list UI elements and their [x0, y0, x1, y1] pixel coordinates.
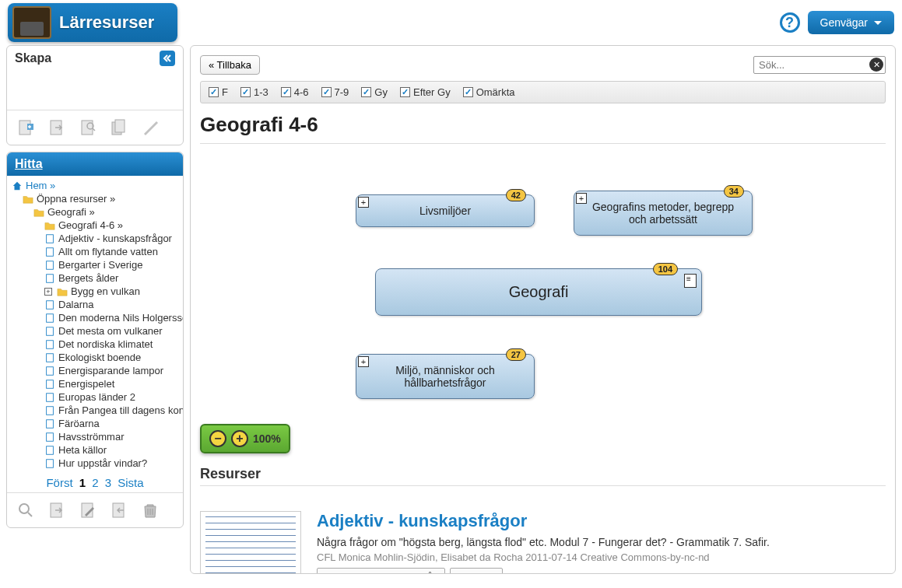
pager-page[interactable]: 3 [105, 476, 111, 489]
node-badge: 42 [506, 189, 526, 201]
panel-skapa-title: Skapa [15, 51, 51, 65]
tree-item-label: Den moderna Nils Holgersso [58, 312, 183, 324]
back-button[interactable]: « Tillbaka [200, 55, 260, 75]
import-button[interactable] [107, 499, 132, 521]
zoom-out-button[interactable]: − [209, 430, 226, 447]
edit-button[interactable] [75, 499, 100, 521]
pager-first[interactable]: Först [46, 476, 72, 489]
pager-page[interactable]: 1 [79, 476, 86, 489]
search-input[interactable] [753, 56, 886, 74]
collapse-button[interactable] [160, 51, 175, 66]
checkbox-icon[interactable] [281, 87, 291, 97]
panel-hitta-title[interactable]: Hitta [15, 157, 43, 171]
tree-item[interactable]: Det nordiska klimatet [12, 338, 178, 351]
filter-item[interactable]: 1-3 [240, 86, 268, 98]
tree-item[interactable]: Energisparande lampor [12, 364, 178, 377]
tree-item[interactable]: Allt om flytande vatten [12, 245, 178, 258]
checkbox-icon[interactable] [209, 87, 219, 97]
expand-icon[interactable]: + [44, 288, 52, 296]
expand-icon[interactable]: + [576, 193, 587, 204]
pager-last[interactable]: Sista [118, 476, 143, 489]
delete-button[interactable] [138, 499, 163, 521]
filter-item[interactable]: Efter Gy [400, 86, 451, 98]
tree-item[interactable]: Det mesta om vulkaner [12, 324, 178, 338]
checkbox-icon[interactable] [240, 87, 251, 97]
checkbox-icon[interactable] [400, 87, 410, 97]
svg-rect-9 [47, 261, 54, 269]
brush-button[interactable] [138, 117, 163, 138]
tree-item[interactable]: Bergets ålder [12, 271, 178, 285]
search-clear-button[interactable]: ✕ [869, 58, 883, 72]
node-badge: 34 [724, 185, 744, 198]
tree-item[interactable]: Ekologiskt boende [12, 351, 178, 364]
pager-page[interactable]: 2 [92, 476, 98, 489]
tree-item[interactable]: Adjektiv - kunskapsfrågor [12, 232, 178, 245]
doc-search-button[interactable] [75, 117, 100, 138]
svg-rect-23 [47, 459, 54, 467]
filter-item[interactable]: F [209, 86, 228, 98]
node-metoder[interactable]: + 34 Geografins metoder, begrepp och arb… [574, 191, 753, 236]
search-button[interactable] [13, 499, 38, 521]
tree-item-label: Heta källor [58, 444, 107, 456]
page-icon [44, 260, 55, 271]
filter-item[interactable]: Omärkta [463, 86, 515, 98]
export-button[interactable] [44, 499, 69, 521]
new-doc-button[interactable] [13, 117, 38, 138]
resources-heading: Resurser [200, 466, 886, 482]
resource-thumbnail[interactable] [200, 511, 301, 574]
tree-home[interactable]: Hem » [12, 179, 178, 192]
page-icon [44, 366, 55, 376]
zoom-in-button[interactable]: + [231, 430, 248, 447]
tree-item[interactable]: Geografi » [12, 205, 178, 219]
expand-icon[interactable]: + [358, 356, 369, 367]
tree-item-label: Från Pangea till dagens kon [58, 404, 183, 416]
node-livsmiljoer[interactable]: + 42 Livsmiljöer [356, 194, 535, 227]
brand[interactable]: Lärresurser [8, 3, 177, 42]
tree-item[interactable]: Bergarter i Sverige [12, 258, 178, 271]
tree-item[interactable]: Energispelet [12, 377, 178, 390]
doc-arrow-icon [47, 118, 66, 137]
filter-item[interactable]: 4-6 [281, 86, 309, 98]
filter-item[interactable]: Gy [361, 86, 388, 98]
tree-item[interactable]: Öppna resurser » [12, 192, 178, 205]
tag[interactable]: Svenska som andraspråk [317, 568, 445, 574]
zoom-control: − + 100% [200, 424, 290, 453]
shortcuts-button[interactable]: Genvägar [808, 11, 894, 34]
main: « Tillbaka ✕ F1-34-67-9GyEfter GyOmärkta… [190, 45, 896, 574]
doc-arrow-button[interactable] [44, 117, 69, 138]
doc-icon[interactable] [684, 274, 697, 288]
tree-item-label: Ekologiskt boende [58, 352, 141, 363]
hitta-toolbar [7, 492, 183, 527]
tree-item-label: Dalarna [58, 299, 94, 310]
tree-item[interactable]: Geografi 4-6 » [12, 219, 178, 232]
tag[interactable]: Geografi [450, 568, 503, 574]
tree-item[interactable]: Europas länder 2 [12, 390, 178, 404]
divider [200, 485, 886, 486]
tree-item[interactable]: Från Pangea till dagens kon [12, 404, 178, 417]
resource-title[interactable]: Adjektiv - kunskapsfrågor [317, 511, 770, 531]
doc-copy-button[interactable] [107, 117, 132, 138]
help-icon[interactable]: ? [780, 12, 800, 33]
node-miljo[interactable]: + 27 Miljö, människor och hållbarhetsfrå… [356, 354, 535, 399]
mindmap[interactable]: + 42 Livsmiljöer + 34 Geografins metoder… [200, 159, 886, 408]
filter-label: 4-6 [294, 86, 309, 98]
tree-item[interactable]: +Bygg en vulkan [12, 285, 178, 298]
tree-item[interactable]: Havsströmmar [12, 430, 178, 443]
tree-item[interactable]: Färöarna [12, 417, 178, 430]
panel-hitta: Hitta Hem » Öppna resurser »Geografi »Ge… [6, 152, 184, 528]
checkbox-icon[interactable] [321, 87, 332, 97]
tree-item[interactable]: Heta källor [12, 443, 178, 457]
tree-item[interactable]: Hur uppstår vindar? [12, 457, 178, 470]
checkbox-icon[interactable] [361, 87, 371, 97]
tree[interactable]: Hem » Öppna resurser »Geografi »Geografi… [7, 176, 183, 473]
expand-icon[interactable]: + [358, 197, 369, 208]
page-icon [44, 273, 55, 284]
resource-row: Adjektiv - kunskapsfrågor Några frågor o… [200, 502, 886, 574]
node-central[interactable]: 104 Geografi [375, 268, 702, 316]
filter-item[interactable]: 7-9 [321, 86, 349, 98]
tree-item[interactable]: Den moderna Nils Holgersso [12, 311, 178, 324]
filter-bar: F1-34-67-9GyEfter GyOmärkta [200, 81, 886, 103]
checkbox-icon[interactable] [463, 87, 473, 97]
filter-label: F [222, 86, 228, 98]
tree-item[interactable]: Dalarna [12, 298, 178, 311]
